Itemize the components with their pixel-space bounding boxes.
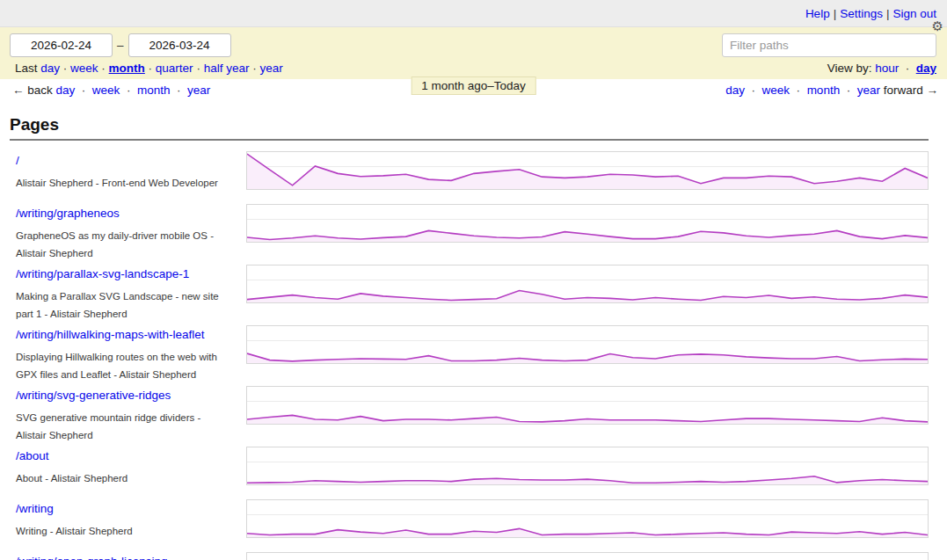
- page-title-text: About - Alistair Shepherd: [16, 469, 225, 487]
- page-path-link[interactable]: /writing/grapheneos: [16, 207, 225, 220]
- separator: ·: [793, 84, 804, 97]
- page-title-text: Displaying Hillwalking routes on the web…: [16, 348, 225, 383]
- period-year-link[interactable]: year: [259, 62, 282, 75]
- separator: ·: [78, 84, 89, 97]
- page-row: /writing/parallax-svg-landscape-1 Making…: [10, 265, 929, 325]
- help-link[interactable]: Help: [805, 7, 830, 20]
- page-row: /writing Writing - Alistair Shepherd: [10, 499, 929, 552]
- separator: ·: [748, 84, 759, 97]
- page-sparkline-chart[interactable]: [246, 325, 929, 364]
- page-title-text: GrapheneOS as my daily-driver mobile OS …: [16, 227, 225, 262]
- pages-list: / Alistair Shepherd - Front-end Web Deve…: [10, 151, 929, 560]
- date-to-input[interactable]: [128, 33, 231, 57]
- page-path-link[interactable]: /about: [16, 449, 225, 462]
- page-path-link[interactable]: /: [16, 154, 225, 167]
- separator: ·: [123, 84, 134, 97]
- pages-section: Pages / Alistair Shepherd - Front-end We…: [0, 115, 947, 560]
- forward-month-link[interactable]: month: [807, 84, 841, 97]
- last-label: Last: [15, 62, 38, 75]
- page-path-link[interactable]: /writing/open-graph-licensing: [16, 555, 225, 560]
- page-sparkline-chart[interactable]: [246, 386, 929, 425]
- period-week-link[interactable]: week: [70, 62, 98, 75]
- page-path-link[interactable]: /writing: [16, 502, 225, 515]
- back-day-link[interactable]: day: [56, 84, 76, 97]
- page-row: /writing/hillwalking-maps-with-leaflet D…: [10, 325, 929, 386]
- page-sparkline-chart[interactable]: [246, 151, 929, 190]
- page-info: /writing/svg-generative-ridges SVG gener…: [10, 386, 246, 447]
- page-row: /writing/open-graph-licensing: [10, 552, 929, 560]
- toolbar-row-dates: –: [10, 33, 936, 57]
- page-sparkline-chart[interactable]: [246, 447, 929, 485]
- view-by-label: View by:: [827, 62, 872, 75]
- back-label: ← back: [12, 84, 53, 97]
- separator: ·: [843, 84, 854, 97]
- separator: |: [834, 7, 837, 20]
- separator: ·: [249, 62, 259, 75]
- page-path-link[interactable]: /writing/svg-generative-ridges: [16, 389, 225, 402]
- forward-week-link[interactable]: week: [762, 84, 790, 97]
- separator: ·: [902, 62, 913, 75]
- view-by-group: View by: hour · day: [827, 62, 936, 75]
- separator: ·: [98, 62, 109, 75]
- toolbar-row-periods: Last day · week · month · quarter · half…: [10, 62, 936, 75]
- page-sparkline-chart[interactable]: [246, 204, 929, 243]
- back-week-link[interactable]: week: [92, 84, 120, 97]
- period-half-year-link[interactable]: half year: [204, 62, 250, 75]
- page-row: /writing/grapheneos GrapheneOS as my dai…: [10, 204, 929, 265]
- page-title-text: Writing - Alistair Shepherd: [16, 522, 225, 540]
- period-quarter-link[interactable]: quarter: [156, 62, 193, 75]
- view-hour-link[interactable]: hour: [875, 62, 899, 75]
- page-title-text: Making a Parallax SVG Landscape - new si…: [16, 287, 225, 323]
- separator: |: [886, 7, 890, 20]
- separator: ·: [60, 62, 70, 75]
- current-range-badge: 1 month ago–Today: [411, 76, 536, 95]
- period-month-link[interactable]: month: [109, 62, 145, 75]
- page-title-text: Alistair Shepherd - Front-end Web Develo…: [16, 174, 225, 192]
- date-filter-toolbar: ⚙ – Last day · week · month · quarter · …: [0, 27, 947, 79]
- page-info: / Alistair Shepherd - Front-end Web Deve…: [10, 151, 246, 204]
- sign-out-link[interactable]: Sign out: [892, 7, 936, 20]
- page-path-link[interactable]: /writing/hillwalking-maps-with-leaflet: [16, 328, 225, 341]
- settings-link[interactable]: Settings: [840, 7, 883, 20]
- nav-forward-group: day · week · month · year forward →: [725, 84, 938, 100]
- page-info: /writing Writing - Alistair Shepherd: [10, 499, 246, 552]
- page-row: /about About - Alistair Shepherd: [10, 447, 929, 499]
- view-day-link[interactable]: day: [916, 62, 936, 75]
- back-month-link[interactable]: month: [137, 84, 171, 97]
- page-row: / Alistair Shepherd - Front-end Web Deve…: [10, 151, 929, 204]
- page-info: /writing/open-graph-licensing: [10, 552, 246, 560]
- page-sparkline-chart[interactable]: [246, 265, 929, 303]
- period-nav-row: ← back day · week · month · year 1 month…: [0, 79, 947, 100]
- page-sparkline-chart[interactable]: [246, 552, 929, 560]
- date-from-input[interactable]: [10, 33, 113, 57]
- separator: ·: [173, 84, 184, 97]
- page-sparkline-chart[interactable]: [246, 499, 929, 538]
- gear-icon[interactable]: ⚙: [932, 19, 943, 33]
- page-row: /writing/svg-generative-ridges SVG gener…: [10, 386, 929, 447]
- page-info: /about About - Alistair Shepherd: [10, 447, 246, 499]
- back-year-link[interactable]: year: [187, 84, 210, 97]
- page-title-text: SVG generative mountain ridge dividers -…: [16, 409, 225, 444]
- top-account-bar: Help | Settings | Sign out: [0, 0, 947, 27]
- date-range-dash: –: [117, 39, 124, 52]
- pages-heading: Pages: [10, 115, 929, 141]
- forward-day-link[interactable]: day: [725, 84, 745, 97]
- forward-label: forward →: [884, 84, 938, 97]
- page-info: /writing/hillwalking-maps-with-leaflet D…: [10, 325, 246, 386]
- page-info: /writing/parallax-svg-landscape-1 Making…: [10, 265, 246, 325]
- page-info: /writing/grapheneos GrapheneOS as my dai…: [10, 204, 246, 265]
- forward-year-link[interactable]: year: [857, 84, 880, 97]
- page-path-link[interactable]: /writing/parallax-svg-landscape-1: [16, 267, 225, 280]
- period-day-link[interactable]: day: [40, 62, 60, 75]
- separator: ·: [145, 62, 156, 75]
- nav-back-group: ← back day · week · month · year: [12, 84, 210, 100]
- separator: ·: [193, 62, 204, 75]
- filter-paths-input[interactable]: [722, 33, 936, 57]
